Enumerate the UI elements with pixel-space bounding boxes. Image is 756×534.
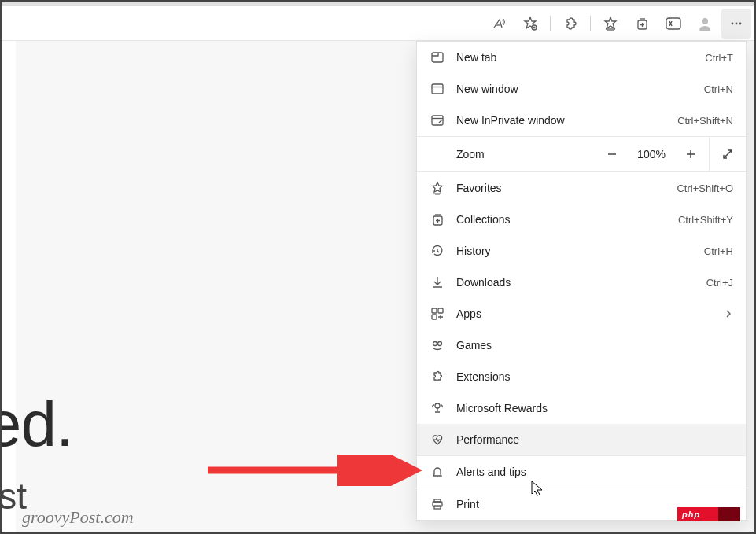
- chevron-right-icon: [724, 309, 733, 319]
- collections-toolbar-icon[interactable]: [627, 9, 657, 39]
- svg-rect-2: [666, 18, 680, 29]
- menu-item-rewards[interactable]: Microsoft Rewards: [417, 392, 746, 424]
- menu-item-new-tab[interactable]: New tab Ctrl+T: [417, 42, 746, 73]
- menu-item-label: New window: [456, 83, 693, 95]
- menu-zoom-row: Zoom 100%: [417, 136, 746, 172]
- svg-rect-19: [434, 506, 441, 509]
- page-heading-fragment: ted.: [0, 387, 73, 461]
- collections-icon: [430, 212, 445, 227]
- games-icon: [430, 337, 445, 353]
- trophy-icon: [430, 400, 445, 416]
- menu-item-label: New tab: [456, 51, 694, 64]
- svg-rect-7: [432, 53, 443, 62]
- menu-item-label: Microsoft Rewards: [456, 402, 733, 414]
- svg-point-6: [739, 22, 742, 24]
- more-menu-button[interactable]: [721, 9, 751, 39]
- menu-item-games[interactable]: Games: [417, 330, 746, 361]
- heart-pulse-icon: [430, 432, 445, 447]
- svg-point-16: [435, 403, 440, 408]
- menu-item-label: Alerts and tips: [456, 466, 733, 478]
- svg-rect-11: [432, 308, 437, 313]
- inprivate-icon: [430, 112, 445, 128]
- zoom-label: Zoom: [417, 148, 594, 160]
- menu-item-favorites[interactable]: Favorites Ctrl+Shift+O: [417, 172, 746, 204]
- svg-point-4: [732, 22, 734, 24]
- profile-icon[interactable]: [690, 9, 720, 39]
- zoom-in-button[interactable]: [673, 136, 709, 172]
- toolbar-separator: [590, 16, 591, 31]
- menu-item-label: Games: [456, 339, 733, 352]
- zoom-value: 100%: [630, 148, 673, 160]
- menu-item-shortcut: Ctrl+J: [706, 277, 733, 289]
- menu-item-downloads[interactable]: Downloads Ctrl+J: [417, 267, 746, 298]
- menu-item-shortcut: Ctrl+N: [704, 83, 733, 95]
- apps-icon: [430, 306, 445, 322]
- menu-item-label: Downloads: [456, 276, 695, 289]
- menu-item-shortcut: Ctrl+Shift+O: [677, 182, 733, 194]
- menu-item-label: Collections: [456, 213, 667, 226]
- menu-item-shortcut: Ctrl+H: [704, 245, 733, 257]
- menu-item-label: History: [456, 245, 693, 257]
- svg-point-3: [702, 18, 708, 24]
- svg-point-14: [433, 342, 437, 346]
- settings-menu: New tab Ctrl+T New window Ctrl+N New InP…: [416, 41, 747, 521]
- menu-item-performance[interactable]: Performance: [417, 424, 746, 455]
- svg-rect-12: [438, 308, 443, 313]
- browser-toolbar: [2, 6, 754, 41]
- svg-rect-8: [432, 84, 443, 94]
- svg-point-15: [438, 342, 442, 346]
- menu-item-shortcut: Ctrl+T: [705, 52, 733, 64]
- svg-rect-18: [434, 499, 441, 502]
- zoom-out-button[interactable]: [594, 136, 630, 172]
- svg-rect-13: [432, 315, 437, 319]
- menu-item-label: New InPrivate window: [456, 114, 666, 127]
- menu-item-alerts[interactable]: Alerts and tips: [417, 456, 746, 488]
- fullscreen-button[interactable]: [710, 136, 746, 172]
- php-badge: php: [677, 507, 740, 521]
- svg-point-5: [736, 22, 738, 24]
- tab-icon: [430, 50, 445, 65]
- toolbar-separator: [550, 16, 551, 31]
- favorites-toolbar-icon[interactable]: [596, 9, 625, 39]
- read-aloud-icon[interactable]: [484, 9, 514, 39]
- watermark-text: groovyPost.com: [22, 507, 134, 528]
- menu-item-shortcut: Ctrl+Shift+Y: [678, 214, 733, 226]
- menu-item-new-window[interactable]: New window Ctrl+N: [417, 73, 746, 105]
- math-solver-icon[interactable]: [658, 9, 688, 39]
- bell-icon: [430, 464, 445, 480]
- download-icon: [430, 274, 445, 290]
- mouse-cursor: [530, 480, 544, 499]
- history-icon: [430, 243, 445, 259]
- menu-item-apps[interactable]: Apps: [417, 298, 746, 330]
- menu-item-label: Apps: [456, 308, 713, 320]
- php-badge-text: php: [682, 510, 700, 519]
- print-icon: [430, 496, 445, 512]
- menu-item-history[interactable]: History Ctrl+H: [417, 235, 746, 267]
- menu-item-new-inprivate[interactable]: New InPrivate window Ctrl+Shift+N: [417, 105, 746, 136]
- menu-item-shortcut: Ctrl+Shift+N: [677, 115, 733, 127]
- menu-item-label: Extensions: [456, 370, 733, 383]
- menu-item-extensions[interactable]: Extensions: [417, 361, 746, 392]
- puzzle-icon: [430, 369, 445, 385]
- menu-item-collections[interactable]: Collections Ctrl+Shift+Y: [417, 204, 746, 235]
- extensions-toolbar-icon[interactable]: [555, 9, 585, 39]
- window-icon: [430, 81, 445, 97]
- add-favorite-icon[interactable]: [515, 9, 545, 39]
- star-icon: [430, 180, 445, 196]
- menu-item-label: Favorites: [456, 182, 666, 194]
- menu-item-label: Performance: [456, 433, 733, 446]
